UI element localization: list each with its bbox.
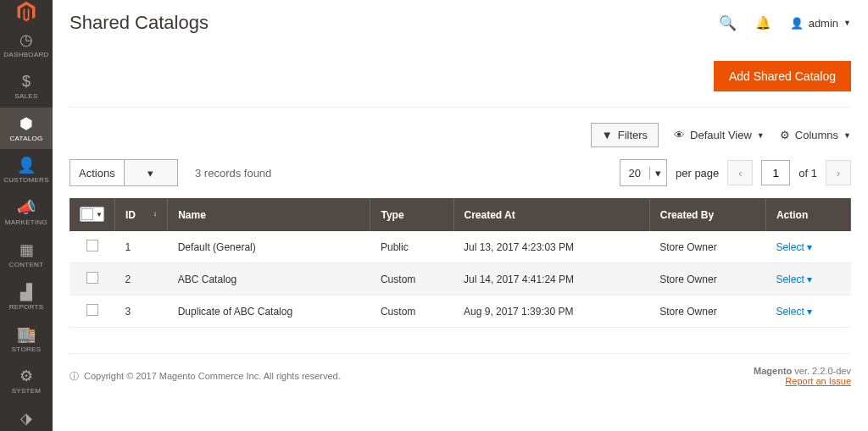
default-view-button[interactable]: 👁Default View▼ [674,129,765,141]
dollar-icon: $ [22,73,31,91]
admin-sidebar: ◷DASHBOARD $SALES ⬢CATALOG 👤CUSTOMERS 📣M… [0,0,53,431]
sidebar-item-sales[interactable]: $SALES [0,66,53,108]
row-select-action[interactable]: Select ▾ [776,274,812,285]
table-row[interactable]: 1Default (General)PublicJul 13, 2017 4:2… [70,231,851,263]
next-page-button[interactable]: › [826,160,851,185]
cell-id: 3 [114,296,167,328]
cube-icon: ⬢ [19,114,33,133]
sort-desc-icon: ↓ [153,209,158,218]
columns-button[interactable]: ⚙Columns▼ [780,129,851,141]
layout-icon: ▦ [19,240,34,259]
row-checkbox[interactable] [86,240,98,251]
search-icon[interactable]: 🔍 [719,14,737,32]
col-created-at[interactable]: Created At [453,198,649,231]
eye-icon: 👁 [674,129,685,141]
cell-created-at: Jul 13, 2017 4:23:03 PM [453,231,649,263]
cell-name: Default (General) [168,231,370,263]
row-select-action[interactable]: Select ▾ [776,241,812,253]
col-created-by[interactable]: Created By [649,198,765,231]
cell-type: Custom [370,296,453,328]
funnel-icon: ▼ [602,129,613,141]
records-count: 3 records found [195,167,271,180]
page-input[interactable] [761,160,790,185]
table-header-row: ▼ ID ↓ Name Type Created At Created By A… [70,198,851,231]
sidebar-item-customers[interactable]: 👤CUSTOMERS [0,149,53,191]
table-row[interactable]: 2ABC CatalogCustomJul 14, 2017 4:41:24 P… [70,263,851,296]
magento-logo[interactable] [0,0,53,24]
cell-created-by: Store Owner [649,231,765,263]
chevron-down-icon: ▼ [843,131,851,140]
sidebar-item-reports[interactable]: ▟REPORTS [0,276,53,318]
add-shared-catalog-button[interactable]: Add Shared Catalog [714,61,851,91]
user-menu[interactable]: 👤 admin ▼ [790,17,851,30]
chevron-down-icon: ▼ [757,131,765,140]
storefront-icon: 🏬 [17,325,36,344]
cell-type: Public [370,231,453,263]
partners-icon: ⬗ [20,409,32,428]
cell-name: ABC Catalog [168,263,370,296]
cell-id: 1 [114,231,167,263]
megaphone-icon: 📣 [17,198,36,217]
col-type[interactable]: Type [370,198,453,231]
version-label: ver. 2.2.0-dev [792,366,851,376]
cell-created-by: Store Owner [649,296,765,328]
chevron-down-icon: ▼ [843,19,851,27]
user-icon: 👤 [790,17,804,30]
select-all-checkbox[interactable] [81,208,93,220]
copyright-text: Copyright © 2017 Magento Commerce Inc. A… [84,371,341,381]
bulk-actions-select[interactable]: Actions ▾ [70,159,178,186]
chevron-down-icon: ▼ [93,211,103,218]
sidebar-item-marketing[interactable]: 📣MARKETING [0,191,53,234]
filters-button[interactable]: ▼Filters [591,123,659,147]
row-checkbox[interactable] [86,272,98,284]
sidebar-item-partners[interactable]: ⬗FIND PARTNERS & EXTENSIONS [0,402,53,431]
sidebar-item-dashboard[interactable]: ◷DASHBOARD [0,24,53,66]
sidebar-item-system[interactable]: ⚙SYSTEM [0,360,53,402]
copyright-icon: ⓘ [70,370,79,383]
col-select[interactable]: ▼ [70,198,114,231]
cell-type: Custom [370,263,453,296]
cell-created-at: Jul 14, 2017 4:41:24 PM [453,263,649,296]
page-of-label: of 1 [798,167,817,180]
sidebar-item-stores[interactable]: 🏬STORES [0,318,53,361]
catalogs-table: ▼ ID ↓ Name Type Created At Created By A… [70,198,851,328]
per-page-label: per page [676,167,719,180]
gear-icon: ⚙ [19,367,33,385]
sidebar-item-content[interactable]: ▦CONTENT [0,234,53,276]
bar-chart-icon: ▟ [20,283,32,301]
report-issue-link[interactable]: Report an Issue [785,376,851,386]
sidebar-item-catalog[interactable]: ⬢CATALOG [0,108,53,150]
table-row[interactable]: 3Duplicate of ABC CatalogCustomAug 9, 20… [70,296,851,328]
col-action: Action [765,198,850,231]
brand-label: Magento [754,366,792,376]
user-label: admin [809,17,838,30]
cell-id: 2 [114,263,167,296]
col-name[interactable]: Name [168,198,370,231]
row-checkbox[interactable] [86,304,98,316]
row-select-action[interactable]: Select ▾ [776,306,812,318]
col-id[interactable]: ID ↓ [114,198,167,231]
cell-name: Duplicate of ABC Catalog [168,296,370,328]
notifications-icon[interactable]: 🔔 [755,15,771,30]
page-title: Shared Catalogs [70,12,209,34]
chevron-down-icon: ▾ [649,167,666,180]
cell-created-by: Store Owner [649,263,765,296]
chevron-down-icon: ▾ [124,160,177,185]
person-icon: 👤 [17,156,36,174]
prev-page-button[interactable]: ‹ [727,160,753,185]
gauge-icon: ◷ [19,30,33,49]
cell-created-at: Aug 9, 2017 1:39:30 PM [453,296,649,328]
per-page-select[interactable]: 20 ▾ [620,159,667,186]
gear-icon: ⚙ [780,129,790,141]
